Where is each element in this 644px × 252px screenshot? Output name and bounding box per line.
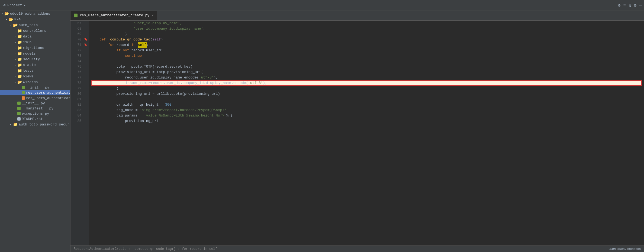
file-tree: 📂odoo10_extra_addons📂MFA📂auth_totp📁contr… [0, 11, 70, 127]
code-line: qr_width = qr_height = 300 [91, 102, 642, 108]
gutter-cell [83, 48, 89, 53]
python-file-icon [17, 102, 21, 105]
code-line: tag_base = '<img src="/report/barcode/?t… [91, 108, 642, 113]
settings-icon[interactable]: ⚙ [634, 3, 637, 8]
python-file-icon [22, 91, 25, 95]
tree-item-odoo10_extra_addons[interactable]: 📂odoo10_extra_addons [0, 11, 70, 17]
code-line: ) [91, 86, 642, 91]
python-file-icon [17, 112, 21, 116]
tree-item-label: README.rst [22, 117, 43, 121]
folder-icon: 📁 [17, 34, 22, 39]
tree-item-controllers[interactable]: 📁controllers [0, 28, 70, 34]
tree-item-migrations[interactable]: 📁migrations [0, 45, 70, 51]
tree-item-label: security [23, 57, 40, 61]
tree-item-label: __manifest__.py [22, 106, 53, 111]
editor-area: res_users_authenticator_create.py ✕ 6768… [70, 11, 644, 252]
tree-item-label: exceptions.py [22, 112, 49, 116]
folder-icon: 📂 [4, 11, 9, 16]
tree-item-wizards[interactable]: 📂wizards [0, 79, 70, 85]
line-number: 82 [73, 102, 81, 108]
gutter: 🔖🔖 [83, 21, 89, 245]
status-right: CSDN @Ken.Thompson [608, 247, 641, 251]
code-editor[interactable]: 67686970717273747576777879808182838485 🔖… [70, 21, 644, 245]
python-file-icon [17, 107, 21, 111]
tree-item-static[interactable]: 📁static [0, 62, 70, 68]
line-number: 85 [73, 118, 81, 124]
tree-item-exceptions_py[interactable]: exceptions.py [0, 111, 70, 116]
tree-arrow [13, 29, 17, 33]
gutter-cell [83, 113, 89, 118]
tree-item-README_rst[interactable]: README.rst [0, 116, 70, 122]
tree-item-MFA[interactable]: 📂MFA [0, 17, 70, 22]
gutter-cell [83, 91, 89, 97]
project-sidebar: 📂odoo10_extra_addons📂MFA📂auth_totp📁contr… [0, 11, 70, 252]
code-line: continue [91, 53, 642, 59]
collapse-all-icon[interactable]: ≡ [623, 3, 626, 8]
project-title: 🗂 Project ▾ [2, 3, 26, 8]
tree-item-label: views [23, 74, 34, 78]
code-line [91, 59, 642, 64]
tree-item-res_users_auth_create_py[interactable]: res_users_authenticator_create.py [0, 90, 70, 95]
tree-item-label: res_users_authenticator_create.py [26, 91, 70, 95]
project-label: Project [7, 3, 22, 7]
line-number: 67 [73, 21, 81, 26]
tree-item-wizards_init[interactable]: __init__.py [0, 85, 70, 90]
tree-item-res_users_auth_create_xml[interactable]: res_users_authenticator_create.xml [0, 95, 70, 101]
add-icon[interactable]: ⊕ [618, 3, 621, 8]
minimize-icon[interactable]: ─ [639, 3, 642, 8]
project-dropdown-icon[interactable]: ▾ [24, 3, 26, 8]
tree-item-data[interactable]: 📁data [0, 34, 70, 39]
status-bar: ResUsersAuthenticatorCreate › _compute_q… [70, 245, 644, 252]
folder-icon: 📁 [17, 57, 22, 62]
tab-close-icon[interactable]: ✕ [152, 13, 153, 17]
code-line: provisioning_uri [91, 118, 642, 124]
folder-icon: 📁 [17, 63, 22, 67]
tree-item-auth_totp_init[interactable]: __init__.py [0, 101, 70, 106]
tab-bar: res_users_authenticator_create.py ✕ [70, 11, 644, 21]
folder-icon: 📁 [17, 40, 22, 45]
tree-arrow [0, 12, 4, 15]
tree-item-tests[interactable]: 📁tests [0, 68, 70, 74]
line-number: 80 [73, 91, 81, 97]
gutter-cell [83, 86, 89, 91]
breadcrumb-class: ResUsersAuthenticatorCreate [74, 247, 126, 251]
expand-icon[interactable]: ⇅ [629, 3, 631, 8]
folder-icon: 📂 [13, 23, 18, 27]
gutter-cell: 🔖 [83, 42, 89, 48]
rst-file-icon [17, 117, 21, 121]
code-line: provisioning_uri = totp.provisioning_uri… [91, 70, 642, 75]
tree-item-i18n[interactable]: 📁i18n [0, 39, 70, 45]
active-tab[interactable]: res_users_authenticator_create.py ✕ [70, 11, 157, 20]
tree-item-auth_totp_password_security[interactable]: 📁auth_totp_password_security [0, 122, 70, 127]
highlighted-code-line: issuer_name=record.user_id.company_id.di… [91, 80, 642, 86]
tree-item-label: tests [23, 69, 34, 73]
tree-item-auth_totp[interactable]: 📂auth_totp [0, 22, 70, 28]
python-file-icon [22, 86, 25, 90]
tree-item-views[interactable]: 📁views [0, 74, 70, 79]
tree-item-models[interactable]: 📁models [0, 51, 70, 56]
gutter-cell [83, 80, 89, 86]
folder-icon: 📂 [9, 17, 13, 22]
gutter-cell [83, 108, 89, 113]
gutter-cell [83, 53, 89, 59]
line-number: 73 [73, 53, 81, 59]
tree-arrow [4, 18, 9, 21]
folder-icon: 🗂 [2, 3, 6, 7]
tree-arrow [9, 24, 13, 27]
tree-item-auth_totp_manifest[interactable]: __manifest__.py [0, 106, 70, 111]
tree-item-label: __init__.py [22, 101, 45, 105]
folder-icon: 📁 [13, 122, 18, 127]
code-line: if not record.user_id: [91, 48, 642, 53]
tree-item-label: res_users_authenticator_create.xml [26, 96, 70, 100]
line-number: 69 [73, 32, 81, 37]
tree-arrow [13, 81, 17, 84]
tree-item-label: auth_totp [19, 23, 38, 27]
gutter-cell [83, 26, 89, 32]
tree-item-label: auth_totp_password_security [19, 122, 70, 127]
bookmark-icon: 🔖 [84, 43, 87, 46]
code-line: def _compute_qr_code_tag(self): [91, 37, 642, 42]
tree-item-label: static [23, 63, 36, 67]
folder-icon: 📂 [17, 80, 22, 84]
line-number: 72 [73, 48, 81, 53]
tree-item-security[interactable]: 📁security [0, 56, 70, 62]
